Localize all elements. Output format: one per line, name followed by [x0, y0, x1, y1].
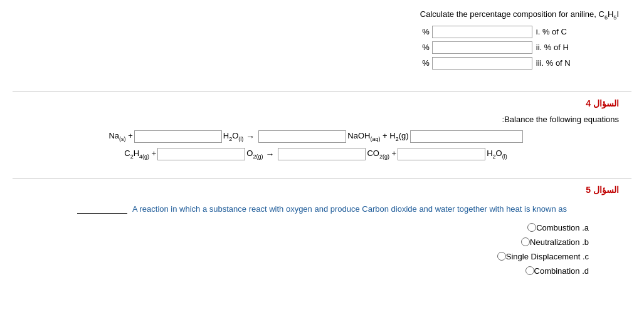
composition-content: Calculate the percentage composition for…: [420, 9, 619, 73]
option-row-b: Neutralization .b: [518, 237, 594, 247]
divider-1: [13, 91, 631, 92]
eq2-input2[interactable]: [278, 148, 366, 160]
eq1-arrow: →: [246, 132, 255, 142]
eq1-h2o: H2O(l): [223, 131, 244, 142]
row-label-h: ii. % of H: [536, 43, 569, 52]
percent-input-c[interactable]: [432, 26, 532, 38]
question5-blank: [77, 213, 127, 214]
equations-container: Na(s) + H2O(l) → NaOH(aq) + H2(g) C2H4(g…: [13, 130, 619, 165]
divider-2: [13, 178, 631, 179]
composition-section: Calculate the percentage composition for…: [13, 9, 631, 73]
equation-row-2: C2H4(g) + O2(g) → CO2(g) + H2O(l): [124, 148, 507, 160]
percent-label-c: %: [420, 27, 430, 36]
composition-row-h: % ii. % of H: [420, 41, 619, 54]
eq2-arrow: →: [265, 149, 274, 159]
composition-title: Calculate the percentage composition for…: [420, 9, 619, 21]
percent-input-n[interactable]: [432, 57, 532, 70]
composition-row-c: % i. % of C: [420, 26, 619, 38]
question4-title: السؤال 4: [586, 98, 619, 108]
option-radio-d[interactable]: [525, 266, 534, 275]
equation-row-1: Na(s) + H2O(l) → NaOH(aq) + H2(g): [108, 130, 522, 143]
eq1-input2[interactable]: [258, 130, 346, 143]
percent-input-h[interactable]: [432, 41, 532, 54]
balance-section: Balance the following equations: Na(s) +…: [13, 115, 631, 165]
question5-title: السؤال 5: [586, 185, 619, 195]
question5-question: A reaction in which a substance react wi…: [132, 204, 567, 214]
row-label-n: iii. % of N: [536, 58, 571, 68]
page-container: Calculate the percentage composition for…: [0, 0, 644, 317]
eq1-input1[interactable]: [134, 130, 222, 143]
percent-label-h: %: [420, 43, 430, 52]
eq2-co2: CO2(g) +: [367, 148, 396, 160]
question5-text: A reaction in which a substance react wi…: [13, 204, 631, 214]
eq1-naoh: NaOH(aq) + H2(g): [347, 131, 408, 142]
option-radio-a[interactable]: [527, 223, 536, 232]
option-row-a: Combustion .a: [524, 223, 594, 232]
composition-row-n: % iii. % of N: [420, 57, 619, 70]
option-label-a: Combustion .a: [536, 223, 589, 232]
option-radio-c[interactable]: [497, 252, 506, 261]
question4-header: السؤال 4: [13, 98, 631, 108]
balance-title: Balance the following equations:: [13, 115, 619, 124]
eq2-o2: O2(g): [246, 148, 263, 160]
percent-label-n: %: [420, 58, 430, 68]
option-label-d: Combination .d: [534, 266, 589, 276]
eq2-input3[interactable]: [398, 148, 485, 160]
option-row-d: Combination .d: [522, 266, 594, 276]
option-label-b: Neutralization .b: [530, 237, 589, 247]
option-radio-b[interactable]: [521, 237, 530, 246]
eq1-na: Na(s) +: [108, 131, 132, 142]
eq2-h2o: H2O(l): [487, 148, 507, 160]
eq1-input3[interactable]: [410, 130, 523, 143]
option-row-c: Single Displacement .c: [494, 252, 594, 261]
eq2-c2h4: C2H4(g) +: [124, 148, 156, 160]
options-container: Combustion .a Neutralization .b Single D…: [13, 223, 631, 281]
row-label-c: i. % of C: [536, 27, 567, 36]
option-label-c: Single Displacement .c: [506, 252, 589, 261]
eq2-input1[interactable]: [157, 148, 245, 160]
question5-header: السؤال 5: [13, 185, 631, 195]
